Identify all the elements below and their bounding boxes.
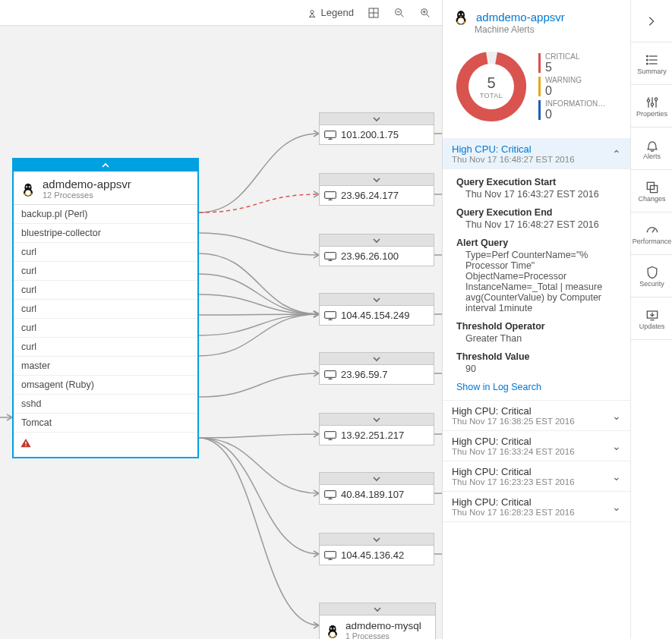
chevron-down-icon [372,237,381,244]
node-collapse-bar[interactable] [14,159,197,172]
svg-point-69 [647,99,649,101]
detail-value: Greater Than [456,332,620,344]
fit-icon [368,7,380,19]
node-expand-bar[interactable] [320,414,434,426]
svg-rect-33 [325,252,336,259]
svg-point-17 [29,187,30,187]
monitor-icon [324,490,336,499]
alert-detail: Query Execution StartThu Nov 17 16:43:27… [443,169,630,401]
rail-security[interactable]: Security [631,255,672,297]
target-node[interactable]: 40.84.189.107 [319,472,434,505]
chevron-up-icon [101,162,110,169]
severity-label: WARNING [545,76,582,84]
legend-button[interactable]: Legend [306,7,354,19]
process-row[interactable]: curl [14,338,197,357]
node-expand-bar[interactable] [320,235,434,247]
node-body: 13.92.251.217 [320,426,434,445]
alert-title: High CPU: Critical [452,436,575,447]
process-row[interactable]: curl [14,300,197,319]
zoom-in-button[interactable] [419,7,431,19]
rail-alerts[interactable]: Alerts [631,127,672,170]
svg-point-64 [646,59,648,61]
chevron-down-icon [372,475,381,483]
process-row[interactable]: sshd [14,395,197,414]
shield-icon [645,265,660,280]
node-expand-bar[interactable] [320,534,434,546]
svg-line-74 [652,228,655,232]
node-warning-row [14,433,197,457]
rail-performance[interactable]: Performance [631,212,672,255]
target-node[interactable]: 23.96.24.177 [319,173,434,206]
node-body: 101.200.1.75 [320,125,434,144]
node-expand-bar[interactable] [320,473,434,485]
bell-icon [645,137,660,153]
svg-rect-39 [325,370,336,377]
process-row[interactable]: curl [14,262,197,281]
severity-critical[interactable]: CRITICAL5 [538,52,605,74]
svg-point-70 [651,102,653,105]
detail-label: Threshold Operator [456,321,620,332]
detail-label: Query Execution End [456,207,620,218]
rail-collapse-button[interactable] [631,0,672,42]
chevron-down-icon: ⌄ [612,501,621,513]
alert-item[interactable]: High CPU: CriticalThu Nov 17 16:28:23 ES… [443,492,630,522]
process-row[interactable]: master [14,357,197,376]
process-row[interactable]: curl [14,319,197,338]
dependency-canvas[interactable]: admdemo-appsvr 12 Processes backup.pl (P… [0,26,442,639]
ip-label: 104.45.154.249 [341,310,409,321]
monitor-icon [324,431,336,440]
detail-value: 90 [456,362,620,374]
alert-item-expanded[interactable]: High CPU: Critical Thu Nov 17 16:48:27 E… [443,139,630,169]
process-row[interactable]: curl [14,243,197,262]
zoom-out-button[interactable] [393,7,405,19]
target-node[interactable]: 23.96.59.7 [319,352,434,385]
target-node[interactable]: 13.92.251.217 [319,413,434,445]
alert-time: Thu Nov 17 16:48:27 EST 2016 [452,155,575,164]
ip-label: 23.96.59.7 [341,369,387,380]
target-node[interactable]: 104.45.154.249 [319,293,434,326]
machine-node-mysql[interactable]: admdemo-mysql 1 Processes [319,603,436,639]
ip-label: 23.96.24.177 [341,190,399,201]
node-expand-bar[interactable] [320,113,434,125]
panel-header: admdemo-appsvr [443,0,630,26]
rail-label: Summary [637,68,667,75]
node-body: 23.96.59.7 [320,365,434,384]
alert-item[interactable]: High CPU: CriticalThu Nov 17 16:38:25 ES… [443,401,630,431]
fit-button[interactable] [368,7,380,19]
severity-information[interactable]: INFORMATION…0 [538,99,605,121]
node-expand-bar[interactable] [320,294,434,306]
svg-point-16 [27,187,27,187]
node-expand-bar[interactable] [320,603,435,615]
severity-warning[interactable]: WARNING0 [538,76,605,98]
machine-node-appsvr[interactable]: admdemo-appsvr 12 Processes backup.pl (P… [12,158,199,458]
alert-time: Thu Nov 17 16:38:25 EST 2016 [452,417,575,426]
alert-item[interactable]: High CPU: CriticalThu Nov 17 16:33:24 ES… [443,431,630,461]
alert-item[interactable]: High CPU: CriticalThu Nov 17 16:23:23 ES… [443,461,630,492]
node-body: admdemo-mysql 1 Processes [320,615,435,639]
rail-changes[interactable]: Changes [631,170,672,212]
node-expand-bar[interactable] [320,353,434,365]
rail-summary[interactable]: Summary [631,42,672,85]
process-row[interactable]: bluestripe-collector [14,224,197,243]
rail-properties[interactable]: Properties [631,85,672,127]
target-node[interactable]: 101.200.1.75 [319,112,434,145]
show-in-log-search-link[interactable]: Show in Log Search [456,382,620,392]
severity-label: CRITICAL [545,52,580,61]
process-row[interactable]: omsagent (Ruby) [14,376,197,395]
chevron-down-icon [372,416,381,423]
svg-point-71 [655,98,657,100]
detail-label: Query Execution Start [456,177,620,187]
side-rail: Summary Properties Alerts Changes Perfor… [630,0,672,639]
node-expand-bar[interactable] [320,174,434,186]
detail-value: Type=Perf CounterName="% Processor Time"… [456,248,620,313]
target-node[interactable]: 104.45.136.42 [319,533,434,565]
process-row[interactable]: curl [14,281,197,300]
ip-label: 104.45.136.42 [341,549,404,561]
monitor-icon [324,191,336,200]
detail-label: Threshold Value [456,351,620,362]
process-row[interactable]: backup.pl (Perl) [14,205,197,224]
rail-updates[interactable]: Updates [631,297,672,340]
target-node[interactable]: 23.96.26.100 [319,234,434,266]
properties-icon [645,95,660,110]
process-row[interactable]: Tomcat [14,414,197,433]
